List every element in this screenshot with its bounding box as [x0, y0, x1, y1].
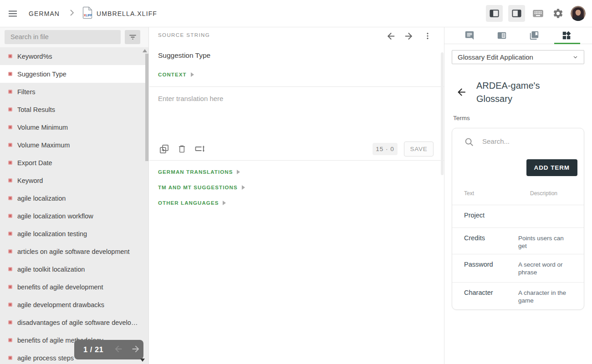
- string-status-icon: [8, 143, 12, 147]
- panel-tabs: [444, 27, 592, 44]
- previous-page-icon[interactable]: [113, 344, 123, 356]
- table-row[interactable]: Credits Points users can get: [452, 228, 584, 254]
- save-button[interactable]: SAVE: [404, 142, 434, 157]
- list-item[interactable]: Filters: [0, 83, 148, 101]
- list-item-label: Filters: [17, 88, 35, 96]
- list-item[interactable]: Volume Minimum: [0, 118, 148, 136]
- glossary-title: ARDEA-game's Glossary: [476, 79, 557, 105]
- list-item[interactable]: benefits of agile development: [0, 278, 148, 296]
- next-page-icon[interactable]: [131, 344, 141, 356]
- list-item[interactable]: agile localization: [0, 189, 148, 207]
- list-item[interactable]: agile development drawbacks: [0, 296, 148, 313]
- settings-gear-icon[interactable]: [551, 6, 565, 21]
- left-panel-icon: [489, 8, 500, 19]
- list-item[interactable]: articles on agile software development: [0, 243, 148, 260]
- more-options-icon[interactable]: [423, 31, 432, 43]
- keyboard-shortcuts-icon[interactable]: [531, 6, 545, 21]
- glossary-app-select-value: Glossary Edit Application: [458, 53, 533, 61]
- filter-button[interactable]: [125, 30, 140, 44]
- table-row[interactable]: Project: [452, 205, 584, 228]
- string-status-icon: [8, 107, 12, 111]
- tab-reader-mode[interactable]: [497, 30, 507, 42]
- add-term-button[interactable]: ADD TERM: [526, 159, 577, 176]
- next-string-icon[interactable]: [403, 31, 414, 43]
- string-status-icon: [8, 72, 12, 76]
- term-text: Credits: [452, 234, 518, 242]
- list-item-selected[interactable]: Suggestion Type: [0, 65, 148, 83]
- glossary-back-icon[interactable]: [456, 86, 467, 100]
- user-avatar[interactable]: [571, 6, 586, 21]
- previous-string-icon[interactable]: [386, 31, 396, 43]
- string-status-icon: [8, 249, 12, 253]
- translation-input[interactable]: Enter translation here: [158, 95, 223, 102]
- string-status-icon: [8, 178, 12, 182]
- delete-translation-icon[interactable]: [177, 144, 187, 154]
- list-item[interactable]: agile localization workflow: [0, 207, 148, 225]
- string-status-icon: [8, 356, 12, 360]
- page-indicator: 1 / 21: [83, 345, 103, 354]
- table-row[interactable]: Character A character in the game: [452, 282, 584, 310]
- search-in-file-input[interactable]: Search in file: [5, 30, 121, 44]
- search-icon: [464, 137, 474, 149]
- term-text: Character: [452, 289, 518, 296]
- section-tm-mt-suggestions[interactable]: TM AND MT SUGGESTIONS: [158, 185, 245, 190]
- active-tab-indicator: [554, 43, 580, 44]
- list-item[interactable]: Keyword%s: [0, 47, 148, 65]
- scroll-down-icon[interactable]: [140, 359, 145, 362]
- section-other-languages[interactable]: OTHER LANGUAGES: [158, 200, 226, 206]
- toggle-left-panel-button[interactable]: [486, 5, 503, 22]
- expand-arrow-icon: [191, 72, 194, 77]
- terms-search-input[interactable]: Search...: [482, 137, 510, 145]
- context-section-toggle[interactable]: CONTEXT: [158, 72, 194, 77]
- string-status-icon: [8, 303, 12, 307]
- menu-icon[interactable]: [7, 8, 18, 19]
- string-status-icon: [8, 232, 12, 236]
- list-item[interactable]: Volume Maximum: [0, 136, 148, 154]
- table-row[interactable]: Password A secret word or phrase: [452, 254, 584, 282]
- editor-scrollbar[interactable]: [441, 52, 444, 175]
- list-item-label: Volume Maximum: [17, 142, 70, 149]
- glossary-app-select[interactable]: Glossary Edit Application: [452, 50, 584, 64]
- svg-text:XLIFF: XLIFF: [84, 14, 92, 17]
- list-item[interactable]: Total Results: [0, 101, 148, 118]
- string-status-icon: [8, 161, 12, 165]
- string-status-icon: [8, 125, 12, 129]
- string-status-icon: [8, 196, 12, 200]
- list-item-label: Keyword: [17, 177, 43, 184]
- list-item[interactable]: disadvantages of agile software develo…: [0, 313, 148, 331]
- rename-key-icon[interactable]: [194, 143, 205, 154]
- xliff-file-icon: XLIFF: [82, 6, 93, 21]
- list-item[interactable]: Export Date: [0, 154, 148, 172]
- string-status-icon: [8, 285, 12, 289]
- term-description: A character in the game: [518, 289, 568, 304]
- expand-arrow-icon: [223, 201, 226, 205]
- file-keys-sidebar: Search in file Keyword%s Suggestion Type…: [0, 27, 149, 364]
- list-item-label: agile toolkit localization: [17, 266, 85, 273]
- list-item-label: agile localization testing: [17, 230, 87, 238]
- glossary-panel: Glossary Edit Application ARDEA-game's G…: [444, 27, 592, 364]
- list-item[interactable]: agile toolkit localization: [0, 260, 148, 278]
- chevron-right-icon: [70, 10, 74, 18]
- copy-source-icon[interactable]: [159, 144, 169, 154]
- string-status-icon: [8, 54, 12, 58]
- sidebar-search-area: Search in file: [0, 27, 148, 47]
- tab-collections-bookmark[interactable]: [529, 30, 539, 42]
- scroll-up-icon[interactable]: [143, 49, 147, 52]
- list-item-label: agile development drawbacks: [17, 301, 104, 308]
- list-item[interactable]: agile localization testing: [0, 225, 148, 243]
- breadcrumb-language[interactable]: GERMAN: [29, 10, 60, 17]
- divider: [149, 160, 444, 161]
- tab-widgets-active[interactable]: [561, 30, 572, 42]
- list-item[interactable]: Keyword: [0, 172, 148, 189]
- section-label: TM AND MT SUGGESTIONS: [158, 185, 238, 190]
- top-bar: GERMAN XLIFF UMBRELLA.XLIFF: [0, 0, 592, 27]
- section-german-translations[interactable]: GERMAN TRANSLATIONS: [158, 169, 240, 175]
- sidebar-scrollbar[interactable]: [145, 54, 148, 161]
- character-counter: 15 · 0: [373, 143, 398, 155]
- tab-comments[interactable]: [464, 30, 475, 42]
- toggle-right-panel-button[interactable]: [508, 5, 525, 22]
- string-key-list: Keyword%s Suggestion Type Filters Total …: [0, 47, 148, 364]
- expand-arrow-icon: [242, 185, 245, 190]
- list-item-label: agile process steps: [17, 354, 74, 362]
- term-description: Points users can get: [518, 234, 568, 250]
